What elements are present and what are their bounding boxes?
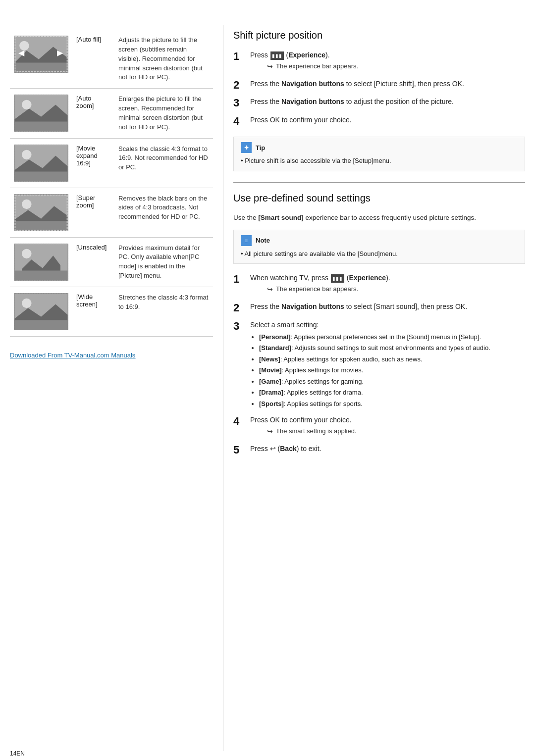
sub-list-item: [Sports]: Applies settings for sports. — [259, 399, 525, 409]
mode-desc: Removes the black bars on the sides of 4… — [114, 188, 213, 237]
mode-desc: Scales the classic 4:3 format to 16:9. N… — [114, 138, 213, 188]
note-header: ≡ Note — [241, 235, 518, 246]
sub-list-item: [Personal]: Applies personal preferences… — [259, 332, 525, 342]
step1: 1 Press ▮▮▮ (Experience). ↪ The experien… — [233, 50, 525, 74]
thumb-cell: ◀▶ — [10, 30, 72, 89]
thumbnail — [14, 293, 68, 330]
picture-row: [Auto zoom]Enlarges the picture to fill … — [10, 89, 213, 138]
section1-steps: 1 Press ▮▮▮ (Experience). ↪ The experien… — [233, 50, 525, 128]
s2-step5: 5 Press ↩ (Back) to exit. — [233, 444, 525, 456]
thumbnail — [14, 145, 68, 182]
picture-row: [Movie expand 16:9]Scales the classic 4:… — [10, 138, 213, 188]
svg-rect-17 — [14, 221, 67, 230]
svg-rect-2 — [14, 63, 67, 72]
svg-rect-22 — [14, 270, 67, 280]
s2-step2-text: Press the Navigation buttons to select [… — [250, 302, 467, 310]
picture-row: [Unscaled]Provides maximum detail for PC… — [10, 237, 213, 287]
sub-list-item: [Standard]: Adjusts sound settings to su… — [259, 343, 525, 353]
section2-title: Use pre-defined sound settings — [233, 193, 525, 204]
sub-list-item: [Game]: Applies settings for gaming. — [259, 377, 525, 387]
left-column: ◀▶[Auto fill]Adjusts the picture to fill… — [10, 25, 223, 751]
thumb-cell — [10, 287, 72, 336]
sub-list-item: [Movie]: Applies settings for movies. — [259, 365, 525, 375]
s2-step3: 3 Select a smart setting: [Personal]: Ap… — [233, 320, 525, 410]
s2-step2: 2 Press the Navigation buttons to select… — [233, 302, 525, 314]
picture-row: [Super zoom]Removes the black bars on th… — [10, 188, 213, 237]
tip-box: ✦ Tip • Picture shift is also accessible… — [233, 137, 525, 171]
section2-steps: 1 When watching TV, press ▮▮▮ (Experienc… — [233, 273, 525, 456]
section2-intro: Use the [Smart sound] experience bar to … — [233, 213, 525, 223]
svg-rect-13 — [14, 171, 67, 181]
svg-point-27 — [22, 299, 31, 308]
svg-point-10 — [22, 100, 31, 109]
page-number: 14EN — [10, 750, 25, 756]
step2-text: Press the Navigation buttons to select [… — [250, 80, 464, 88]
s2-step4-text: Press OK to confirm your choice. — [250, 416, 352, 424]
svg-point-18 — [22, 199, 31, 208]
svg-point-23 — [22, 249, 31, 258]
svg-text:▶: ▶ — [57, 49, 63, 57]
step4-text: Press OK to confirm your choice. — [250, 116, 352, 124]
mode-label: [Movie expand 16:9] — [72, 138, 114, 188]
s2-step1-arrow: ↪ The experience bar appears. — [267, 284, 525, 295]
svg-rect-26 — [14, 320, 67, 330]
s2-step1-text: When watching TV, press ▮▮▮ (Experience)… — [250, 274, 390, 282]
sub-list-item: [News]: Applies settings for spoken audi… — [259, 354, 525, 364]
thumbnail — [14, 95, 68, 132]
step3: 3 Press the Navigation buttons to adjust… — [233, 97, 525, 109]
note-icon: ≡ — [241, 235, 252, 246]
thumbnail — [14, 244, 68, 281]
picture-row: ◀▶[Auto fill]Adjusts the picture to fill… — [10, 30, 213, 89]
step2: 2 Press the Navigation buttons to select… — [233, 79, 525, 92]
tip-header: ✦ Tip — [241, 142, 518, 153]
thumbnail: ◀▶ — [14, 36, 68, 73]
tip-icon: ✦ — [241, 142, 252, 153]
svg-point-14 — [22, 150, 31, 159]
s2-step1: 1 When watching TV, press ▮▮▮ (Experienc… — [233, 273, 525, 297]
mode-desc: Enlarges the picture to fill the screen.… — [114, 89, 213, 138]
step3-text: Press the Navigation buttons to adjust t… — [250, 98, 454, 105]
right-column: Shift picture position 1 Press ▮▮▮ (Expe… — [223, 25, 525, 751]
picture-row: [Wide screen]Stretches the classic 4:3 f… — [10, 287, 213, 336]
mode-desc: Provides maximum detail for PC. Only ava… — [114, 237, 213, 287]
mode-label: [Wide screen] — [72, 287, 114, 336]
mode-label: [Auto fill] — [72, 30, 114, 89]
note-box: ≡ Note • All picture settings are availa… — [233, 230, 525, 264]
thumb-cell — [10, 89, 72, 138]
s2-step3-text: Select a smart setting: — [250, 321, 319, 329]
step1-arrow: ↪ The experience bar appears. — [267, 61, 525, 72]
experience-icon: ▮▮▮ — [270, 51, 284, 60]
note-body: • All picture settings are available via… — [241, 249, 518, 259]
mode-label: [Unscaled] — [72, 237, 114, 287]
s2-step5-text: Press ↩ (Back) to exit. — [250, 445, 321, 453]
thumb-cell — [10, 138, 72, 188]
mode-label: [Auto zoom] — [72, 89, 114, 138]
svg-rect-9 — [14, 122, 67, 131]
s2-step3-sublist: [Personal]: Applies personal preferences… — [259, 332, 525, 409]
thumbnail — [14, 194, 68, 231]
footer-link[interactable]: Downloaded From TV-Manual.com Manuals — [10, 352, 213, 359]
thumb-cell — [10, 188, 72, 237]
tip-body: • Picture shift is also accessible via t… — [241, 156, 518, 166]
s2-step4-arrow: ↪ The smart setting is applied. — [267, 426, 525, 437]
svg-text:◀: ◀ — [18, 49, 25, 57]
s2-step4: 4 Press OK to confirm your choice. ↪ The… — [233, 415, 525, 439]
experience-icon-2: ▮▮▮ — [331, 274, 344, 283]
section1-title: Shift picture position — [233, 30, 525, 41]
mode-label: [Super zoom] — [72, 188, 114, 237]
mode-desc: Stretches the classic 4:3 format to 16:9… — [114, 287, 213, 336]
thumb-cell — [10, 237, 72, 287]
mode-desc: Adjusts the picture to fill the screen (… — [114, 30, 213, 89]
step4: 4 Press OK to confirm your choice. — [233, 115, 525, 128]
sub-list-item: [Drama]: Applies settings for drama. — [259, 388, 525, 398]
picture-modes-table: ◀▶[Auto fill]Adjusts the picture to fill… — [10, 30, 213, 337]
section-divider — [233, 182, 525, 183]
step1-text: Press ▮▮▮ (Experience). — [250, 51, 330, 59]
